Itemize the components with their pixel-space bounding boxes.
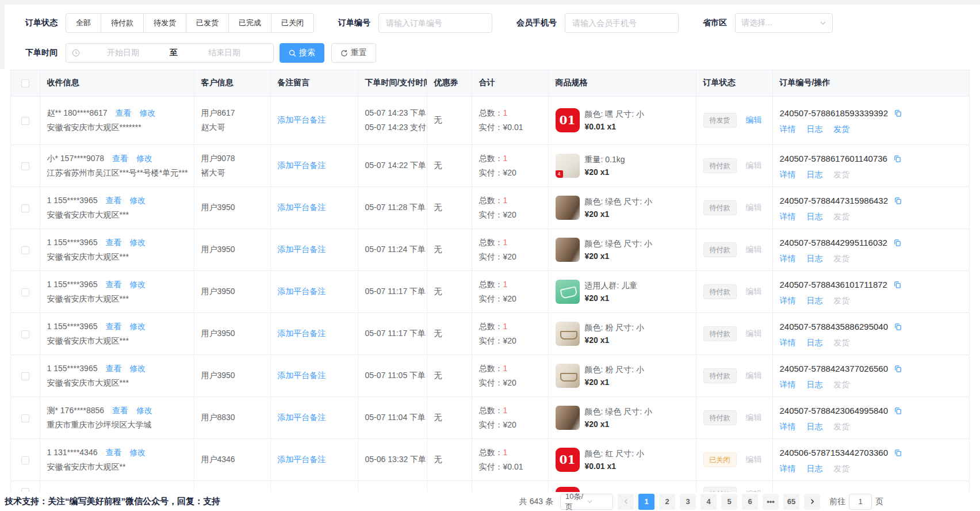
status-tab-pending-shipment[interactable]: 待发货	[144, 13, 186, 33]
copy-order-number-icon[interactable]	[893, 155, 902, 165]
page-button-3[interactable]: 3	[680, 494, 696, 510]
view-address-link[interactable]: 查看	[105, 364, 121, 373]
row-checkbox[interactable]	[21, 414, 29, 422]
modify-address-link[interactable]: 修改	[129, 196, 146, 205]
edit-status-link[interactable]: 编辑	[745, 245, 761, 254]
row-checkbox[interactable]	[21, 204, 29, 212]
region-select[interactable]: 请选择...	[735, 13, 833, 33]
prev-page-button[interactable]	[618, 494, 634, 510]
row-checkbox[interactable]	[21, 456, 29, 464]
detail-link[interactable]: 详情	[780, 212, 796, 221]
page-button-1[interactable]: 1	[638, 494, 654, 510]
page-size-select[interactable]: 10条/页	[560, 494, 613, 510]
detail-link[interactable]: 详情	[780, 464, 796, 473]
ship-link[interactable]: 发货	[833, 380, 849, 389]
detail-link[interactable]: 详情	[780, 380, 796, 389]
status-tab-completed[interactable]: 已完成	[229, 13, 271, 33]
log-link[interactable]: 日志	[806, 422, 822, 431]
row-checkbox[interactable]	[21, 246, 29, 254]
edit-status-link[interactable]: 编辑	[745, 161, 761, 170]
ship-link[interactable]: 发货	[833, 170, 849, 179]
edit-status-link[interactable]: 编辑	[745, 371, 761, 380]
log-link[interactable]: 日志	[806, 464, 822, 473]
detail-link[interactable]: 详情	[780, 124, 796, 134]
modify-address-link[interactable]: 修改	[129, 280, 146, 289]
view-address-link[interactable]: 查看	[115, 108, 131, 117]
status-tab-closed[interactable]: 已关闭	[271, 13, 314, 33]
member-phone-input[interactable]	[565, 13, 679, 33]
log-link[interactable]: 日志	[806, 212, 822, 221]
ship-link[interactable]: 发货	[833, 124, 849, 134]
date-range-picker[interactable]: 开始日期 至 结束日期	[66, 43, 274, 63]
copy-order-number-icon[interactable]	[894, 109, 902, 119]
log-link[interactable]: 日志	[806, 170, 822, 179]
view-address-link[interactable]: 查看	[112, 154, 128, 163]
modify-address-link[interactable]: 修改	[136, 406, 152, 415]
end-date-placeholder[interactable]: 结束日期	[181, 48, 267, 58]
modify-address-link[interactable]: 修改	[129, 322, 146, 331]
view-address-link[interactable]: 查看	[105, 322, 121, 331]
edit-status-link[interactable]: 编辑	[745, 489, 761, 493]
edit-status-link[interactable]: 编辑	[745, 455, 761, 464]
view-address-link[interactable]: 查看	[105, 280, 121, 289]
modify-address-link[interactable]: 修改	[129, 238, 146, 247]
search-button[interactable]: 搜索	[280, 43, 324, 63]
add-platform-note-link[interactable]: 添加平台备注	[278, 161, 326, 170]
edit-status-link[interactable]: 编辑	[745, 115, 761, 124]
copy-order-number-icon[interactable]	[893, 281, 902, 291]
edit-status-link[interactable]: 编辑	[745, 413, 761, 422]
detail-link[interactable]: 详情	[780, 254, 796, 263]
pagination-ellipsis[interactable]: •••	[763, 494, 779, 510]
add-platform-note-link[interactable]: 添加平台备注	[278, 455, 326, 464]
view-address-link[interactable]: 查看	[105, 448, 121, 457]
modify-address-link[interactable]: 修改	[139, 108, 155, 117]
add-platform-note-link[interactable]: 添加平台备注	[278, 413, 326, 422]
copy-order-number-icon[interactable]	[894, 365, 902, 375]
copy-order-number-icon[interactable]	[894, 323, 902, 333]
add-platform-note-link[interactable]: 添加平台备注	[278, 203, 326, 212]
row-checkbox[interactable]	[21, 117, 29, 125]
row-checkbox[interactable]	[21, 288, 29, 296]
ship-link[interactable]: 发货	[833, 338, 849, 347]
goto-page-input[interactable]	[849, 494, 872, 510]
ship-link[interactable]: 发货	[833, 212, 849, 221]
add-platform-note-link[interactable]: 添加平台备注	[278, 287, 326, 296]
copy-order-number-icon[interactable]	[893, 239, 902, 249]
log-link[interactable]: 日志	[806, 338, 822, 347]
detail-link[interactable]: 详情	[780, 338, 796, 347]
start-date-placeholder[interactable]: 开始日期	[80, 48, 166, 58]
ship-link[interactable]: 发货	[833, 254, 849, 263]
copy-order-number-icon[interactable]	[894, 197, 902, 207]
page-button-65[interactable]: 65	[783, 494, 799, 510]
reset-button[interactable]: 重置	[331, 43, 376, 63]
page-button-6[interactable]: 6	[742, 494, 758, 510]
ship-link[interactable]: 发货	[833, 422, 849, 431]
edit-status-link[interactable]: 编辑	[745, 287, 761, 296]
page-button-4[interactable]: 4	[700, 494, 717, 510]
detail-link[interactable]: 详情	[780, 422, 796, 431]
add-platform-note-link[interactable]: 添加平台备注	[278, 245, 326, 254]
ship-link[interactable]: 发货	[833, 296, 849, 305]
log-link[interactable]: 日志	[806, 254, 822, 263]
add-platform-note-link[interactable]: 添加平台备注	[278, 115, 326, 124]
row-checkbox[interactable]	[21, 372, 29, 380]
next-page-button[interactable]	[804, 494, 820, 510]
add-platform-note-link[interactable]: 添加平台备注	[278, 371, 326, 380]
log-link[interactable]: 日志	[806, 124, 822, 134]
copy-order-number-icon[interactable]	[894, 449, 902, 459]
view-address-link[interactable]: 查看	[112, 406, 128, 415]
modify-address-link[interactable]: 修改	[136, 154, 152, 163]
page-button-2[interactable]: 2	[659, 494, 675, 510]
edit-status-link[interactable]: 编辑	[745, 329, 761, 338]
modify-address-link[interactable]: 修改	[129, 364, 146, 373]
page-button-5[interactable]: 5	[721, 494, 737, 510]
add-platform-note-link[interactable]: 添加平台备注	[278, 329, 326, 338]
log-link[interactable]: 日志	[806, 296, 822, 305]
view-address-link[interactable]: 查看	[105, 196, 121, 205]
row-checkbox[interactable]	[21, 162, 29, 170]
row-checkbox[interactable]	[21, 488, 29, 492]
copy-order-number-icon[interactable]	[894, 407, 902, 417]
detail-link[interactable]: 详情	[780, 170, 796, 179]
modify-address-link[interactable]: 修改	[129, 448, 146, 457]
ship-link[interactable]: 发货	[833, 464, 849, 473]
